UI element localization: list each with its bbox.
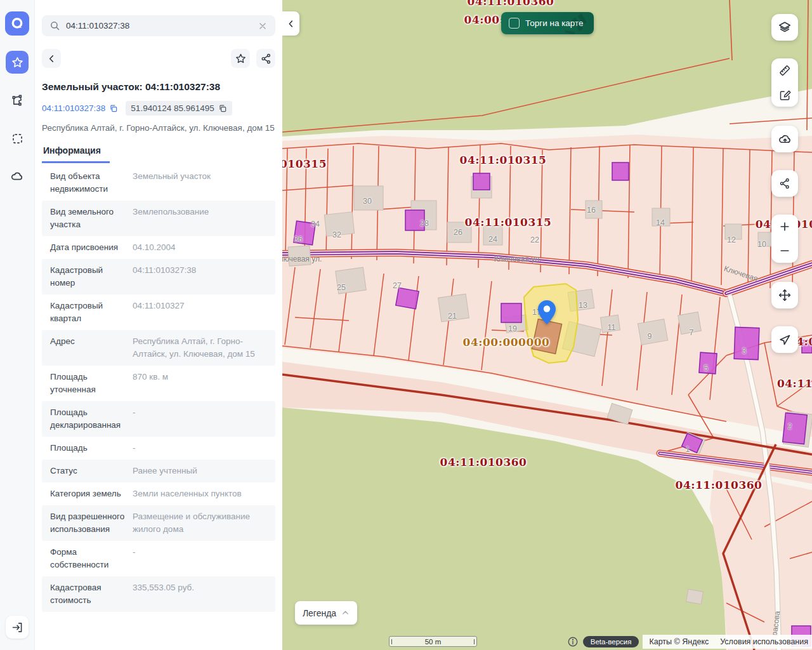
edit-button[interactable] xyxy=(771,83,798,107)
star-icon xyxy=(11,56,24,69)
info-row-value: - xyxy=(133,546,270,571)
chevron-left-icon xyxy=(286,19,296,29)
object-title: Земельный участок: 04:11:010327:38 xyxy=(42,81,275,93)
cadastral-number-text: 04:11:010327:38 xyxy=(42,103,105,113)
info-row-value: 04:11:010327:38 xyxy=(133,264,270,289)
back-button[interactable] xyxy=(42,49,61,68)
info-row-value: Ранее учтенный xyxy=(133,465,270,477)
cloud-upload-button[interactable] xyxy=(771,127,798,151)
layers-button[interactable] xyxy=(771,15,798,39)
gavel-icon xyxy=(563,12,593,34)
info-row-label: Вид разрешенного использования xyxy=(50,510,126,536)
zoom-controls xyxy=(771,215,798,263)
move-arrows-icon xyxy=(778,288,792,302)
app-logo[interactable] xyxy=(5,11,29,36)
info-row-label: Кадастровый номер xyxy=(50,264,126,289)
cadastral-map-app: Земельный участок: 04:11:010327:38 04:11… xyxy=(0,0,812,650)
info-row-label: Форма собственности xyxy=(50,546,126,571)
rail-favorites-button[interactable] xyxy=(6,51,29,74)
info-row: Дата присвоения04.10.2004 xyxy=(42,236,275,259)
ruler-icon xyxy=(778,63,792,77)
map-copyright[interactable]: Карты © Яндекс xyxy=(649,637,709,646)
info-row: АдресРеспублика Алтай, г. Горно-Алтайск,… xyxy=(42,330,275,366)
info-row-label: Вид земельного участка xyxy=(50,206,126,231)
info-row: Вид объекта недвижимостиЗемельный участо… xyxy=(42,165,275,201)
edit-pencil-icon xyxy=(778,88,792,102)
info-row-value: Размещение и обслуживание жилого дома xyxy=(133,510,270,536)
info-row: Вид земельного участкаЗемлепользование xyxy=(42,201,275,236)
info-row-label: Площадь xyxy=(50,442,126,454)
cloud-icon xyxy=(10,169,24,183)
ruler-button[interactable] xyxy=(771,58,798,83)
rail-cloud-button[interactable] xyxy=(6,165,29,188)
tab-information[interactable]: Информация xyxy=(42,145,110,163)
terms-of-use-link[interactable]: Условия использования xyxy=(720,637,808,646)
auctions-on-map-toggle[interactable]: Торги на карте xyxy=(501,12,594,34)
object-info-panel: Земельный участок: 04:11:010327:38 04:11… xyxy=(35,0,282,650)
info-row: Площадь- xyxy=(42,437,275,460)
search-icon xyxy=(49,20,60,31)
info-row: Категория земельЗемли населенных пунктов xyxy=(42,482,275,505)
locate-control xyxy=(771,326,798,353)
panel-collapse-button[interactable] xyxy=(282,11,299,36)
copy-icon[interactable] xyxy=(218,104,227,113)
info-row: Вид разрешенного использованияРазмещение… xyxy=(42,505,275,541)
info-row-label: Адрес xyxy=(50,335,126,361)
legend-button[interactable]: Легенда xyxy=(295,601,357,625)
rail-select-area-button[interactable] xyxy=(6,127,29,150)
info-row-value: - xyxy=(133,406,270,432)
map-base-layers xyxy=(282,0,812,650)
login-icon xyxy=(11,621,24,634)
info-row-label: Площадь декларированная xyxy=(50,406,126,432)
map-canvas[interactable]: 04:11:01036004:00:01031504:11:01031504:1… xyxy=(282,0,812,650)
info-row-label: Дата присвоения xyxy=(50,241,126,254)
info-row: Форма собственности- xyxy=(42,541,275,576)
search-bar[interactable] xyxy=(42,15,275,36)
select-area-icon xyxy=(11,132,24,145)
measure-edit-controls xyxy=(771,58,798,107)
info-icon[interactable] xyxy=(567,636,579,647)
search-input[interactable] xyxy=(66,21,252,30)
info-row-value: Земельный участок xyxy=(133,170,270,196)
info-row: Кадастровая стоимость335,553.05 руб. xyxy=(42,576,275,612)
info-row-value: Республика Алтай, г. Горно-Алтайск, ул. … xyxy=(133,335,270,361)
beta-badge[interactable]: Beta-версия xyxy=(583,636,639,647)
info-row: Кадастровый номер04:11:010327:38 xyxy=(42,259,275,295)
info-circle-icon xyxy=(567,636,579,647)
scale-label: 50 m xyxy=(425,638,442,646)
coordinates-chip[interactable]: 51.940124 85.961495 xyxy=(126,101,232,116)
cadastral-number-chip[interactable]: 04:11:010327:38 xyxy=(42,103,118,113)
cloud-upload-icon xyxy=(778,132,792,147)
info-row-value: 335,553.05 руб. xyxy=(133,581,270,607)
layers-icon xyxy=(778,20,792,34)
info-row-value: - xyxy=(133,442,270,454)
zoom-out-button[interactable] xyxy=(771,239,798,263)
share-map-control xyxy=(771,170,798,197)
polygon-tool-icon xyxy=(11,94,24,107)
rail-login-button[interactable] xyxy=(6,616,29,639)
share-button[interactable] xyxy=(256,49,275,68)
plus-icon xyxy=(778,220,791,233)
info-row-value: 04.10.2004 xyxy=(133,241,270,254)
info-row: Площадь декларированная- xyxy=(42,401,275,437)
auctions-checkbox[interactable] xyxy=(509,18,520,29)
pan-button[interactable] xyxy=(771,283,798,307)
minus-icon xyxy=(778,244,791,257)
zoom-in-button[interactable] xyxy=(771,215,798,239)
chevron-up-icon xyxy=(341,609,350,617)
info-row-label: Кадастровая стоимость xyxy=(50,581,126,607)
share-icon xyxy=(778,177,791,190)
coordinates-text: 51.940124 85.961495 xyxy=(131,103,214,113)
clear-search-icon[interactable] xyxy=(258,21,268,31)
star-outline-icon xyxy=(235,53,247,65)
favorite-button[interactable] xyxy=(231,49,250,68)
location-pin-icon xyxy=(537,300,556,325)
rail-polygon-tool-button[interactable] xyxy=(6,89,29,112)
share-icon xyxy=(260,53,272,65)
share-map-button[interactable] xyxy=(771,171,798,196)
info-row-value: Земли населенных пунктов xyxy=(133,488,270,500)
info-row: Площадь уточненная870 кв. м xyxy=(42,366,275,401)
locate-me-button[interactable] xyxy=(771,328,798,352)
logo-icon xyxy=(10,16,25,31)
copy-icon[interactable] xyxy=(109,104,118,113)
